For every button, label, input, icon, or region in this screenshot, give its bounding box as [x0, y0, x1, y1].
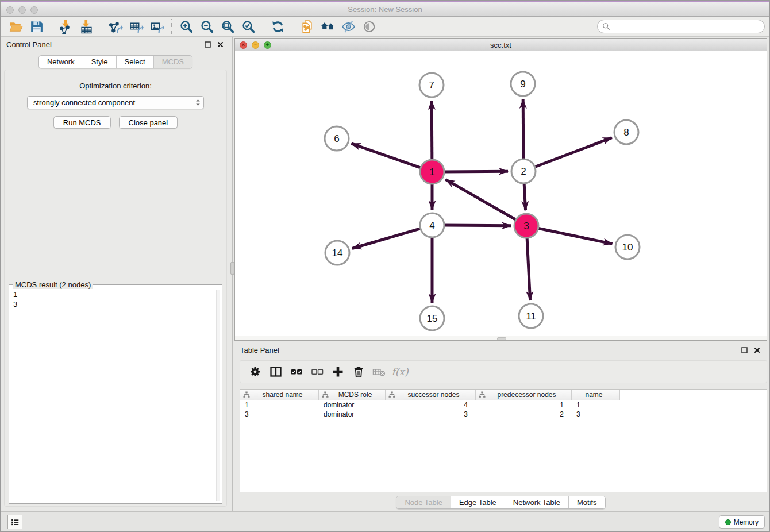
export-network-icon[interactable]: [105, 18, 126, 35]
table-cell[interactable]: 4: [386, 400, 476, 410]
graph-node-8[interactable]: 8: [614, 120, 638, 144]
delete-column-icon[interactable]: [348, 363, 369, 381]
graph-edge-2-3[interactable]: [524, 181, 526, 210]
table-cell[interactable]: 1: [240, 400, 319, 410]
home-views-icon[interactable]: [317, 18, 338, 35]
table-cell[interactable]: dominator: [319, 400, 386, 410]
table-cell[interactable]: 3: [572, 410, 620, 419]
hierarchy-icon: [388, 391, 395, 398]
graph-node-11[interactable]: 11: [519, 304, 543, 328]
memory-button[interactable]: Memory: [719, 515, 765, 529]
tab-node-table[interactable]: Node Table: [396, 496, 451, 508]
node-table: shared nameMCDS rolesuccessor nodesprede…: [240, 389, 767, 492]
import-network-icon[interactable]: [55, 18, 76, 35]
import-table-icon[interactable]: [76, 18, 97, 35]
graph-edge-3-11[interactable]: [527, 236, 530, 300]
table-cell[interactable]: 1: [572, 400, 620, 410]
graph-edge-1-7[interactable]: [432, 101, 432, 162]
table-cell[interactable]: 3: [240, 410, 319, 419]
column-header-predecessor-nodes[interactable]: predecessor nodes: [476, 390, 572, 400]
zoom-out-icon[interactable]: [197, 18, 217, 35]
graph-node-1[interactable]: 1: [420, 160, 444, 184]
graph-node-15[interactable]: 15: [420, 306, 444, 330]
search-input[interactable]: [613, 22, 760, 31]
graph-node-10[interactable]: 10: [615, 235, 640, 259]
network-bottom-splitter[interactable]: [235, 336, 767, 340]
zoom-selected-icon[interactable]: [238, 18, 259, 35]
graph-edge-1-2[interactable]: [442, 171, 508, 172]
splitter-handle[interactable]: [230, 262, 234, 275]
graph-node-7[interactable]: 7: [419, 73, 444, 97]
tab-mcds[interactable]: MCDS: [154, 56, 192, 68]
column-header-MCDS-role[interactable]: MCDS role: [319, 390, 386, 400]
float-table-panel-icon[interactable]: [740, 345, 749, 354]
duplicate-network-icon[interactable]: [297, 18, 317, 35]
table-panel-title: Table Panel: [240, 346, 279, 354]
graph-edge-3-10[interactable]: [536, 228, 613, 244]
show-columns-icon[interactable]: [265, 363, 286, 381]
run-mcds-button[interactable]: Run MCDS: [53, 116, 111, 129]
graph-node-3[interactable]: 3: [514, 214, 538, 238]
titlebar: Session: New Session: [1, 1, 769, 17]
column-header-name[interactable]: name: [572, 390, 620, 400]
save-session-icon[interactable]: [26, 18, 47, 35]
svg-text:8: 8: [623, 127, 629, 138]
graph-node-2[interactable]: 2: [511, 159, 536, 183]
graph-edge-2-8[interactable]: [533, 138, 612, 168]
zoom-in-icon[interactable]: [176, 18, 197, 35]
panel-splitter[interactable]: [230, 37, 234, 511]
tab-style[interactable]: Style: [83, 56, 117, 68]
table-cell[interactable]: 1: [476, 400, 572, 410]
graph-edge-3-1[interactable]: [445, 179, 518, 221]
table-cell[interactable]: dominator: [319, 410, 386, 419]
mcds-result-list[interactable]: 13: [11, 290, 216, 501]
export-image-icon[interactable]: [147, 18, 167, 35]
graph-node-14[interactable]: 14: [325, 241, 349, 265]
column-header-shared-name[interactable]: shared name: [240, 390, 319, 400]
table-cell[interactable]: 3: [386, 410, 476, 419]
tab-motifs[interactable]: Motifs: [569, 496, 605, 508]
table-row[interactable]: 3dominator323: [240, 410, 767, 419]
graph-edge-1-6[interactable]: [352, 144, 424, 169]
toolbar-separator: [263, 19, 263, 34]
table-row[interactable]: 1dominator411: [240, 400, 767, 410]
graph-edge-4-3[interactable]: [442, 225, 511, 226]
mcds-result-group: MCDS result (2 nodes) 13: [9, 284, 222, 504]
export-table-icon[interactable]: [126, 18, 147, 35]
svg-text:3: 3: [523, 221, 529, 232]
criterion-select[interactable]: strongly connected component: [27, 96, 204, 109]
eye-slash-icon[interactable]: [338, 18, 359, 35]
clear-all-checks-icon[interactable]: [307, 363, 328, 381]
graph-node-9[interactable]: 9: [511, 72, 535, 96]
graph-edge-4-14[interactable]: [352, 228, 423, 249]
open-file-icon[interactable]: [5, 18, 26, 35]
graph-node-4[interactable]: 4: [420, 213, 444, 237]
status-bar: Memory: [1, 511, 769, 531]
result-scrollbar[interactable]: [216, 290, 220, 501]
table-cell[interactable]: 2: [476, 410, 572, 419]
tab-edge-table[interactable]: Edge Table: [451, 496, 505, 508]
close-table-panel-icon[interactable]: [752, 345, 761, 354]
eye-disabled-icon: [359, 18, 379, 35]
tab-network-table[interactable]: Network Table: [505, 496, 569, 508]
control-panel: Control Panel NetworkStyleSelectMCDS Opt…: [1, 37, 230, 511]
refresh-layout-icon[interactable]: [267, 18, 288, 35]
task-history-button[interactable]: [7, 515, 22, 529]
float-panel-icon[interactable]: [203, 40, 212, 49]
bottom-splitter-handle[interactable]: [497, 337, 506, 340]
close-panel-icon[interactable]: [215, 40, 225, 49]
close-panel-button[interactable]: Close panel: [119, 116, 178, 129]
tab-select[interactable]: Select: [117, 56, 154, 68]
toolbar-separator: [171, 19, 172, 34]
select-all-checks-icon[interactable]: [286, 363, 307, 381]
zoom-fit-icon[interactable]: [217, 18, 238, 35]
tab-network[interactable]: Network: [39, 56, 83, 68]
network-canvas[interactable]: 7968124314101511: [235, 52, 767, 336]
column-header-successor-nodes[interactable]: successor nodes: [386, 390, 476, 400]
settings-gear-icon[interactable]: [245, 363, 265, 381]
delete-table-icon: [369, 363, 390, 381]
add-column-icon[interactable]: [328, 363, 348, 381]
graph-node-6[interactable]: 6: [325, 126, 349, 151]
search-field[interactable]: [597, 20, 765, 33]
graph-edge-2-9[interactable]: [523, 99, 523, 161]
